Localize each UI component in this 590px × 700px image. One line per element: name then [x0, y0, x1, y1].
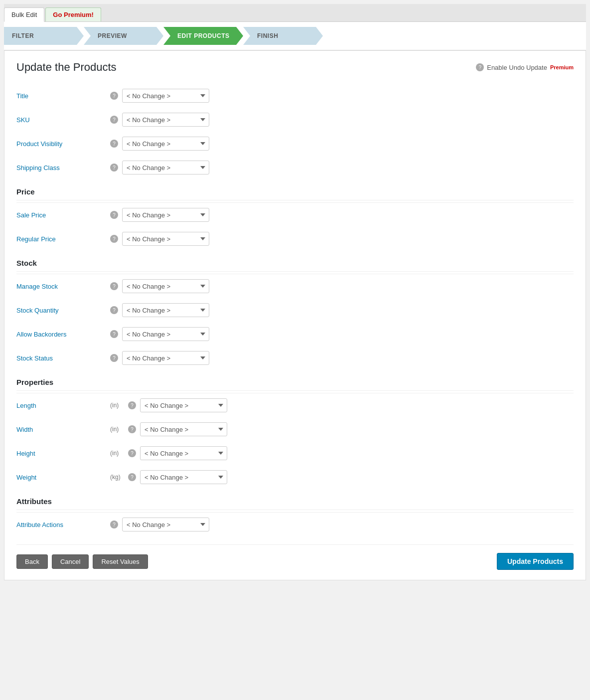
main-content: Update the Products ? Enable Undo Update…: [4, 50, 586, 580]
field-title-label: Title: [16, 92, 106, 100]
field-shipping-class-label: Shipping Class: [16, 164, 106, 172]
field-sku: SKU ? < No Change >: [16, 108, 574, 132]
tab-bulk-edit[interactable]: Bulk Edit: [4, 7, 44, 22]
field-stock-status-label: Stock Status: [16, 354, 106, 362]
field-height-help-icon[interactable]: ?: [128, 449, 136, 457]
back-button[interactable]: Back: [16, 554, 48, 569]
field-title-help-icon[interactable]: ?: [110, 92, 118, 100]
field-shipping-class-help-icon[interactable]: ?: [110, 164, 118, 172]
field-sale-price: Sale Price ? < No Change >: [16, 203, 574, 227]
field-width: Width (in) ? < No Change >: [16, 417, 574, 441]
field-height-label: Height: [16, 450, 106, 457]
field-weight-label: Weight: [16, 474, 106, 481]
field-stock-status-select[interactable]: < No Change >: [122, 351, 209, 365]
field-width-unit: (in): [110, 426, 124, 433]
undo-label-text: Enable Undo Update: [487, 64, 547, 71]
field-regular-price-label: Regular Price: [16, 235, 106, 243]
steps-bar: Filter Preview Edit Products Finish: [4, 22, 586, 50]
field-width-select[interactable]: < No Change >: [140, 422, 227, 436]
field-sku-label: SKU: [16, 116, 106, 124]
step-filter[interactable]: Filter: [4, 27, 84, 45]
field-manage-stock-label: Manage Stock: [16, 283, 106, 290]
field-sale-price-select[interactable]: < No Change >: [122, 208, 209, 222]
undo-section: ? Enable Undo Update Premium: [476, 63, 574, 71]
field-height: Height (in) ? < No Change >: [16, 441, 574, 465]
field-allow-backorders-help-icon[interactable]: ?: [110, 330, 118, 338]
field-sku-help-icon[interactable]: ?: [110, 116, 118, 124]
field-attribute-actions-label: Attribute Actions: [16, 521, 106, 528]
field-sale-price-help-icon[interactable]: ?: [110, 211, 118, 219]
section-attributes-header: Attributes: [16, 489, 574, 510]
field-title: Title ? < No Change >: [16, 84, 574, 108]
field-length: Length (in) ? < No Change >: [16, 393, 574, 417]
field-length-unit: (in): [110, 402, 124, 409]
field-length-label: Length: [16, 402, 106, 409]
step-preview[interactable]: Preview: [84, 27, 163, 45]
section-price-header: Price: [16, 179, 574, 200]
field-manage-stock: Manage Stock ? < No Change >: [16, 274, 574, 298]
field-attribute-actions: Attribute Actions ? < No Change >: [16, 513, 574, 536]
section-stock-header: Stock: [16, 251, 574, 272]
field-stock-quantity: Stock Quantity ? < No Change >: [16, 298, 574, 322]
field-regular-price: Regular Price ? < No Change >: [16, 227, 574, 251]
field-sku-select[interactable]: < No Change >: [122, 113, 209, 127]
field-product-visibility-select[interactable]: < No Change >: [122, 137, 209, 151]
field-product-visibility-label: Product Visiblity: [16, 140, 106, 148]
field-allow-backorders: Allow Backorders ? < No Change >: [16, 322, 574, 346]
field-attribute-actions-select[interactable]: < No Change >: [122, 518, 209, 531]
update-products-button[interactable]: Update Products: [497, 553, 574, 570]
field-attribute-actions-help-icon[interactable]: ?: [110, 521, 118, 528]
tab-go-premium[interactable]: Go Premium!: [45, 7, 101, 21]
field-title-select[interactable]: < No Change >: [122, 89, 209, 103]
field-weight-select[interactable]: < No Change >: [140, 470, 227, 484]
cancel-button[interactable]: Cancel: [52, 554, 89, 569]
field-sale-price-label: Sale Price: [16, 211, 106, 219]
field-regular-price-help-icon[interactable]: ?: [110, 235, 118, 243]
tab-bar: Bulk Edit Go Premium!: [4, 4, 586, 22]
footer-left-buttons: Back Cancel Reset Values: [16, 554, 148, 569]
undo-help-icon[interactable]: ?: [476, 63, 484, 71]
field-shipping-class-select[interactable]: < No Change >: [122, 161, 209, 175]
field-stock-quantity-label: Stock Quantity: [16, 307, 106, 314]
field-length-select[interactable]: < No Change >: [140, 398, 227, 412]
field-width-help-icon[interactable]: ?: [128, 425, 136, 433]
step-finish[interactable]: Finish: [243, 27, 323, 45]
field-stock-quantity-help-icon[interactable]: ?: [110, 306, 118, 314]
page-title: Update the Products: [16, 61, 117, 74]
reset-values-button[interactable]: Reset Values: [93, 554, 148, 569]
field-stock-status-help-icon[interactable]: ?: [110, 354, 118, 362]
step-edit-products[interactable]: Edit Products: [163, 27, 243, 45]
field-regular-price-select[interactable]: < No Change >: [122, 232, 209, 246]
field-stock-quantity-select[interactable]: < No Change >: [122, 303, 209, 317]
field-weight-help-icon[interactable]: ?: [128, 473, 136, 481]
field-allow-backorders-select[interactable]: < No Change >: [122, 327, 209, 341]
field-weight: Weight (kg) ? < No Change >: [16, 465, 574, 489]
field-stock-status: Stock Status ? < No Change >: [16, 346, 574, 370]
field-height-select[interactable]: < No Change >: [140, 446, 227, 460]
field-weight-unit: (kg): [110, 474, 124, 481]
field-manage-stock-select[interactable]: < No Change >: [122, 279, 209, 293]
premium-badge: Premium: [550, 64, 574, 70]
field-height-unit: (in): [110, 450, 124, 457]
field-shipping-class: Shipping Class ? < No Change >: [16, 156, 574, 179]
field-length-help-icon[interactable]: ?: [128, 401, 136, 409]
field-width-label: Width: [16, 426, 106, 433]
field-manage-stock-help-icon[interactable]: ?: [110, 282, 118, 290]
field-allow-backorders-label: Allow Backorders: [16, 331, 106, 338]
page-header: Update the Products ? Enable Undo Update…: [16, 61, 574, 74]
footer-bar: Back Cancel Reset Values Update Products: [16, 544, 574, 570]
field-product-visibility-help-icon[interactable]: ?: [110, 140, 118, 148]
field-product-visibility: Product Visiblity ? < No Change >: [16, 132, 574, 156]
section-properties-header: Properties: [16, 370, 574, 391]
